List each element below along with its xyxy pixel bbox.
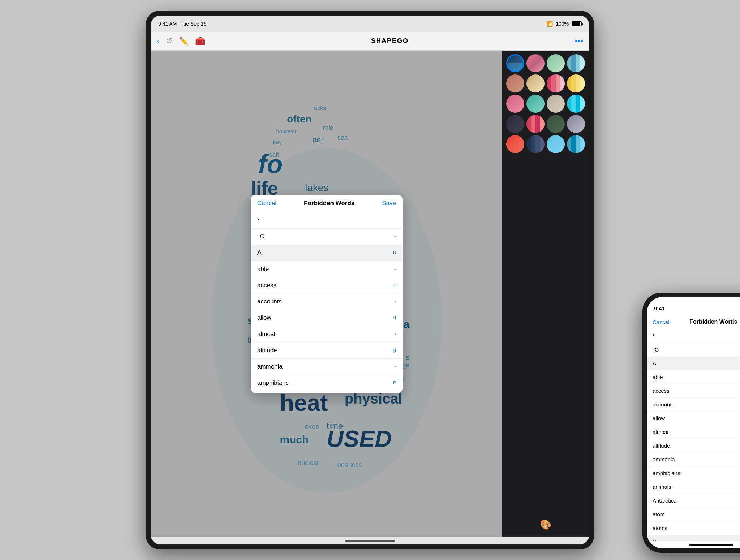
swatch-yellow-stripe[interactable] xyxy=(567,74,585,92)
tools-button[interactable]: 🧰 xyxy=(195,36,205,46)
ipad-device: 9:41 AM Tue Sep 15 📶 100% ‹ ↺ ✏️ 🧰 SHAPE… xyxy=(146,11,594,549)
iphone-home-bar xyxy=(689,544,733,546)
list-item-altitude[interactable]: altitude N xyxy=(251,343,403,359)
ipad-dialog-overlay: Cancel Forbidden Words Save ° °C • xyxy=(151,51,502,537)
list-item[interactable]: ° xyxy=(251,212,403,229)
iphone-list-item-degreeC[interactable]: °C xyxy=(647,343,740,357)
ipad-date: Tue Sep 15 xyxy=(180,21,206,27)
iphone-dialog-title: Forbidden Words xyxy=(689,319,737,325)
palette-button[interactable]: 🎨 xyxy=(537,516,554,533)
iphone-list-item-A[interactable]: A xyxy=(647,357,740,370)
list-item-allow[interactable]: allow H xyxy=(251,310,403,326)
swatch-row-5 xyxy=(506,135,585,153)
swatch-navy-stripe[interactable] xyxy=(526,135,545,153)
swatch-dark[interactable] xyxy=(506,115,524,133)
ipad-forbidden-words-dialog: Cancel Forbidden Words Save ° °C • xyxy=(251,195,403,393)
iphone-cancel-button[interactable]: Cancel xyxy=(653,319,670,325)
wordcloud-area: often racks however role per sea bay sal… xyxy=(151,51,502,537)
iphone-list-item-animals[interactable]: animals xyxy=(647,480,740,494)
dialog-save-button[interactable]: Save xyxy=(382,200,396,207)
swatch-forest[interactable] xyxy=(547,115,565,133)
swatch-row-4 xyxy=(506,115,585,133)
swatch-orange-red[interactable] xyxy=(506,135,524,153)
ipad-home-area xyxy=(151,537,589,544)
iphone-time: 9:41 xyxy=(654,305,665,311)
swatch-mint[interactable] xyxy=(547,54,565,72)
wifi-icon: 📶 xyxy=(547,21,553,27)
iphone-list-item-degree[interactable]: ° xyxy=(647,329,740,343)
swatch-coral-stripe[interactable] xyxy=(547,74,565,92)
app-title: SHAPEGO xyxy=(205,37,575,45)
toolbar-left: ‹ ↺ ✏️ 🧰 xyxy=(157,36,205,46)
list-item-amphibians[interactable]: amphibians P xyxy=(251,375,403,391)
swatch-red-stripe[interactable] xyxy=(526,115,545,133)
dialog-header: Cancel Forbidden Words Save xyxy=(251,195,403,212)
iphone-screen: 9:41 ●●●● ▲ ■ Cancel Forbidden Words Sav… xyxy=(647,297,740,548)
dialog-list: ° °C • A B ab xyxy=(251,212,403,393)
battery-label: 100% xyxy=(556,21,569,27)
iphone-dialog-list: ° °C A able access accounts allow almost… xyxy=(647,329,740,541)
list-item-animals[interactable]: animals • xyxy=(251,391,403,393)
swatch-dark-blue[interactable] xyxy=(506,54,524,72)
iphone-list-item-almost[interactable]: almost xyxy=(647,425,740,439)
swatch-blue-stripe[interactable] xyxy=(567,135,585,153)
iphone-list-item-ammonia[interactable]: ammonia xyxy=(647,453,740,466)
dialog-title: Forbidden Words xyxy=(304,200,354,207)
list-item-accounts[interactable]: accounts • xyxy=(251,294,403,310)
swatch-brown[interactable] xyxy=(506,74,524,92)
list-item-access[interactable]: access F xyxy=(251,277,403,294)
list-item-able[interactable]: able • xyxy=(251,261,403,277)
swatch-sky[interactable] xyxy=(547,135,565,153)
iphone-home-indicator xyxy=(647,541,740,548)
swatch-row-3 xyxy=(506,95,585,113)
iphone-list-item-altitude[interactable]: altitude xyxy=(647,439,740,453)
ipad-screen: 9:41 AM Tue Sep 15 📶 100% ‹ ↺ ✏️ 🧰 SHAPE… xyxy=(151,16,589,544)
ipad-home-bar xyxy=(345,540,395,542)
iphone-list-item-access[interactable]: access xyxy=(647,384,740,398)
back-button[interactable]: ‹ xyxy=(157,36,159,46)
swatch-teal-stripe[interactable] xyxy=(567,54,585,72)
swatch-pink[interactable] xyxy=(526,54,545,72)
list-item-almost[interactable]: almost • xyxy=(251,326,403,343)
more-button[interactable]: ••• xyxy=(575,36,583,46)
iphone-list-item-amphibians[interactable]: amphibians xyxy=(647,466,740,480)
iphone-status-bar: 9:41 ●●●● ▲ ■ xyxy=(647,297,740,316)
ipad-status-bar: 9:41 AM Tue Sep 15 📶 100% xyxy=(151,16,589,32)
swatch-rose[interactable] xyxy=(506,95,524,113)
swatch-aqua[interactable] xyxy=(526,95,545,113)
dialog-cancel-button[interactable]: Cancel xyxy=(257,200,276,207)
iphone-list-item-atom[interactable]: atom xyxy=(647,508,740,521)
ipad-time: 9:41 AM xyxy=(158,21,177,27)
iphone-list-item-antarctica[interactable]: Antarctica xyxy=(647,494,740,508)
swatch-row-2 xyxy=(506,74,585,92)
edit-button[interactable]: ✏️ xyxy=(179,36,189,46)
swatch-cyan-stripe[interactable] xyxy=(567,95,585,113)
swatch-beige[interactable] xyxy=(547,95,565,113)
iphone-dialog-header: Cancel Forbidden Words Save xyxy=(647,316,740,329)
iphone-list-item-able[interactable]: able xyxy=(647,370,740,384)
iphone-list-item-atoms[interactable]: atoms xyxy=(647,521,740,535)
ipad-toolbar: ‹ ↺ ✏️ 🧰 SHAPEGO ••• xyxy=(151,32,589,51)
swatch-gray-blue[interactable] xyxy=(567,115,585,133)
iphone-list-item-B[interactable]: B xyxy=(647,535,740,541)
list-item-ammonia[interactable]: ammonia • xyxy=(251,359,403,375)
swatch-row-1 xyxy=(506,54,585,72)
ipad-main: often racks however role per sea bay sal… xyxy=(151,51,589,537)
iphone-list-item-accounts[interactable]: accounts xyxy=(647,398,740,412)
iphone-list-item-allow[interactable]: allow xyxy=(647,412,740,425)
right-color-panel: 🎨 xyxy=(502,51,589,537)
list-item-A[interactable]: A B xyxy=(251,245,403,261)
battery-icon xyxy=(572,21,582,26)
swatch-tan[interactable] xyxy=(526,74,545,92)
list-item[interactable]: °C • xyxy=(251,229,403,245)
refresh-button[interactable]: ↺ xyxy=(166,36,172,46)
iphone-device: 9:41 ●●●● ▲ ■ Cancel Forbidden Words Sav… xyxy=(642,293,740,553)
